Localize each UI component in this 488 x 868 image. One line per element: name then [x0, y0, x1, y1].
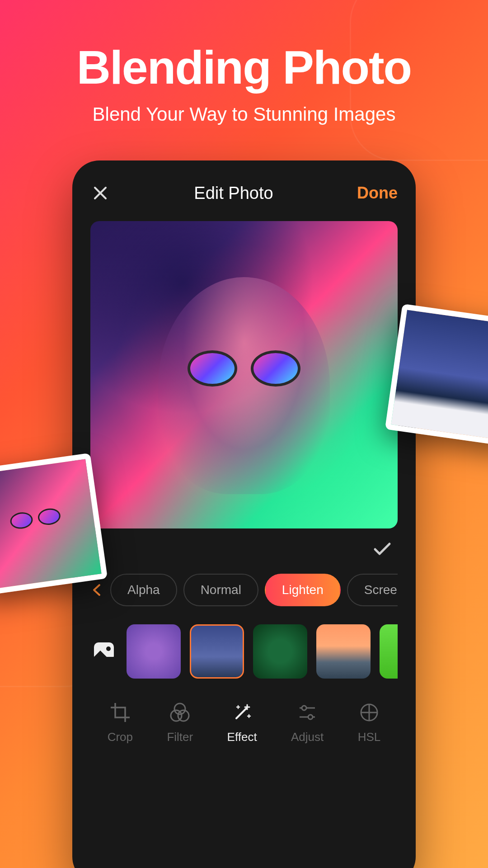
nav-filter[interactable]: Filter	[167, 701, 193, 744]
svg-point-6	[308, 715, 313, 719]
svg-point-4	[178, 710, 189, 721]
overlay-thumb-green[interactable]	[380, 624, 398, 679]
nav-label: Adjust	[291, 730, 324, 744]
editor-topbar: Edit Photo Done	[90, 179, 398, 221]
blend-mode-normal[interactable]: Normal	[183, 574, 258, 606]
nav-label: HSL	[358, 730, 381, 744]
chevron-left-icon	[90, 583, 104, 597]
confirm-button[interactable]	[371, 538, 393, 560]
blend-mode-screen[interactable]: Screen	[347, 574, 398, 606]
blend-back-button[interactable]	[90, 583, 104, 597]
nav-crop[interactable]: Crop	[108, 701, 133, 744]
overlay-thumb-flowers[interactable]	[127, 624, 181, 679]
page-title: Edit Photo	[194, 184, 273, 203]
photo-canvas[interactable]	[90, 221, 398, 528]
blend-mode-lighten[interactable]: Lighten	[265, 574, 341, 606]
sliders-icon	[296, 701, 319, 724]
nav-hsl[interactable]: HSL	[358, 701, 381, 744]
nav-adjust[interactable]: Adjust	[291, 701, 324, 744]
check-icon	[371, 538, 393, 560]
filter-icon	[169, 701, 191, 724]
magic-wand-icon	[231, 701, 253, 724]
svg-point-1	[106, 646, 111, 651]
nav-label: Effect	[227, 730, 257, 744]
close-button[interactable]	[90, 183, 110, 203]
svg-point-2	[174, 703, 185, 714]
crop-icon	[109, 701, 131, 724]
overlay-thumb-sunset[interactable]	[316, 624, 371, 679]
hsl-icon	[358, 701, 380, 724]
phone-frame: Edit Photo Done Alpha Normal Lighten Scr…	[72, 160, 416, 868]
close-icon	[90, 183, 110, 203]
gallery-button[interactable]	[90, 638, 117, 665]
blend-mode-alpha[interactable]: Alpha	[110, 574, 177, 606]
nav-effect[interactable]: Effect	[227, 701, 257, 744]
floating-preview-mountain	[385, 304, 488, 447]
nav-label: Crop	[108, 730, 133, 744]
blend-mode-row: Alpha Normal Lighten Screen Col	[90, 574, 398, 624]
done-button[interactable]: Done	[357, 184, 398, 203]
floating-preview-portrait	[0, 453, 108, 596]
nav-label: Filter	[167, 730, 193, 744]
svg-point-5	[302, 706, 306, 710]
bottom-toolbar: Crop Filter Effect A	[90, 679, 398, 744]
overlay-thumbnails-row	[90, 624, 398, 679]
overlay-thumb-leaves[interactable]	[253, 624, 307, 679]
image-icon	[90, 638, 117, 665]
overlay-thumb-stars[interactable]	[190, 624, 244, 679]
